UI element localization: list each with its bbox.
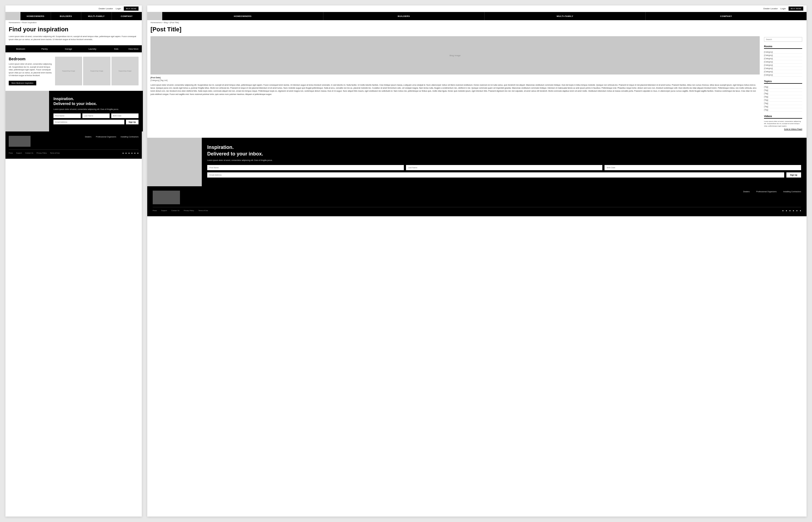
right-nav-homeowners[interactable]: HOMEOWNERS bbox=[162, 12, 323, 20]
sidebar-topic-2[interactable]: [Tag] bbox=[764, 92, 802, 95]
right-newsletter-desc: Lorem ipsum dolor sit amet, consectetur … bbox=[207, 159, 801, 161]
sidebar-room-3[interactable]: [Category] bbox=[764, 60, 802, 63]
sidebar-topic-3[interactable]: [Tag] bbox=[764, 95, 802, 98]
left-nav-company[interactable]: COMPANY bbox=[112, 12, 142, 20]
left-login[interactable]: Login bbox=[116, 7, 121, 10]
post-date: [Post Date] bbox=[150, 77, 760, 79]
left-newsletter-content: Inspiration. Delivered to your inbox. Lo… bbox=[49, 91, 143, 132]
right-top-bar: Dealer Locator Login BUY NOW bbox=[147, 5, 807, 12]
sidebar-room-2[interactable]: [Category] bbox=[764, 57, 802, 60]
left-cat-bedroom[interactable]: Bedroom bbox=[9, 48, 33, 50]
right-footer-legal: Press Support Contact Us Privacy Policy … bbox=[153, 210, 208, 212]
right-signup-button[interactable]: Sign Up bbox=[786, 173, 801, 178]
sidebar-topic-7[interactable]: [Tag] bbox=[764, 108, 802, 112]
right-sidebar: Rooms [Category] [Category] [Category] [… bbox=[764, 36, 802, 133]
right-last-name-input[interactable] bbox=[406, 165, 603, 170]
left-footer-contractors[interactable]: Installing Contractors bbox=[121, 136, 139, 147]
left-first-name-input[interactable] bbox=[54, 114, 81, 118]
right-twitter-icon[interactable]: ● bbox=[786, 209, 787, 212]
left-cat-laundry[interactable]: Laundry bbox=[80, 48, 104, 50]
left-bedroom-img-1: Supporting Image bbox=[55, 57, 82, 85]
left-footer-legal: Press Support Contact Us Privacy Policy … bbox=[9, 152, 60, 154]
right-houzz-icon[interactable]: ● bbox=[800, 209, 801, 212]
sidebar-room-0[interactable]: [Category] bbox=[764, 51, 802, 54]
left-footer-contact[interactable]: Contact Us bbox=[25, 152, 33, 154]
right-facebook-icon[interactable]: ● bbox=[796, 209, 797, 212]
left-bedroom-text: Bedroom Lorem ipsum dolor sit amet, cons… bbox=[9, 57, 52, 85]
sidebar-room-5[interactable]: [Category] bbox=[764, 67, 802, 70]
right-footer-organizers[interactable]: Professional Organizers bbox=[756, 190, 777, 204]
instagram-icon[interactable]: ● bbox=[122, 152, 124, 154]
left-nav-builders[interactable]: BUILDERS bbox=[51, 12, 82, 20]
right-birth-date-input[interactable] bbox=[605, 165, 801, 170]
twitter-icon[interactable]: ● bbox=[125, 152, 127, 154]
left-page-description: Lorem ipsum dolor sit amet, consectetur … bbox=[9, 35, 139, 41]
left-social-icons: ● ● ● ● ● ● bbox=[122, 152, 139, 154]
right-pinterest-icon[interactable]: ● bbox=[793, 209, 794, 212]
right-newsletter-image bbox=[147, 138, 202, 186]
right-email-input[interactable] bbox=[207, 173, 784, 178]
sidebar-room-7[interactable]: [Category] bbox=[764, 73, 802, 77]
sidebar-topic-6[interactable]: [Tag] bbox=[764, 105, 802, 108]
sidebar-topic-0[interactable]: [Tag] bbox=[764, 85, 802, 88]
sidebar-topic-1[interactable]: [Tag] bbox=[764, 88, 802, 92]
left-logo bbox=[5, 12, 20, 20]
right-footer-press[interactable]: Press bbox=[153, 210, 157, 212]
sidebar-search-input[interactable] bbox=[764, 37, 802, 42]
left-dealer-locator[interactable]: Dealer Locator bbox=[99, 7, 113, 10]
left-email-input[interactable] bbox=[54, 120, 124, 124]
left-footer-privacy[interactable]: Privacy Policy bbox=[37, 152, 47, 154]
right-breadcrumb: Homeowners > Blog > [Post Title] bbox=[147, 20, 807, 25]
left-last-name-input[interactable] bbox=[82, 114, 109, 118]
left-breadcrumb: Homeowners > Room Inspiration bbox=[5, 20, 142, 25]
right-footer-contractors[interactable]: Installing Contractors bbox=[783, 190, 801, 204]
post-body: Lorem ipsum dolor sit amet, consectetur … bbox=[150, 83, 760, 96]
left-footer-links: Dealers Professional Organizers Installi… bbox=[85, 136, 139, 147]
left-bedroom-img-3: Supporting Image bbox=[111, 57, 139, 85]
houzz-icon[interactable]: ● bbox=[137, 152, 139, 154]
right-footer-contact[interactable]: Contact Us bbox=[171, 210, 179, 212]
left-footer-press[interactable]: Press bbox=[9, 152, 13, 154]
facebook-icon[interactable]: ● bbox=[134, 152, 136, 154]
left-nav-homeowners[interactable]: HOMEOWNERS bbox=[20, 12, 51, 20]
right-instagram-icon[interactable]: ● bbox=[782, 209, 784, 212]
right-youtube-icon[interactable]: ● bbox=[789, 209, 791, 212]
left-cat-pantry[interactable]: Pantry bbox=[33, 48, 57, 50]
right-login[interactable]: Login bbox=[780, 7, 786, 10]
left-footer-dealers[interactable]: Dealers bbox=[85, 136, 92, 147]
sidebar-rooms-section: Rooms [Category] [Category] [Category] [… bbox=[764, 45, 802, 77]
pinterest-icon[interactable]: ● bbox=[131, 152, 133, 154]
sidebar-room-6[interactable]: [Category] bbox=[764, 70, 802, 73]
sidebar-topic-5[interactable]: [Tag] bbox=[764, 102, 802, 105]
right-buy-now-button[interactable]: BUY NOW bbox=[789, 6, 803, 11]
left-footer-support[interactable]: Support bbox=[16, 152, 22, 154]
right-first-name-input[interactable] bbox=[207, 165, 404, 170]
right-footer-dealers[interactable]: Dealers bbox=[743, 190, 750, 204]
sidebar-room-4[interactable]: [Category] bbox=[764, 63, 802, 67]
right-hero: [Post Title] Blog Image [Post Date] [Cat… bbox=[147, 26, 807, 133]
sidebar-topic-4[interactable]: [Tag] bbox=[764, 98, 802, 102]
right-footer: Dealers Professional Organizers Installi… bbox=[147, 186, 807, 216]
left-view-more[interactable]: View More bbox=[128, 48, 139, 50]
right-footer-terms[interactable]: Terms of Use bbox=[198, 210, 208, 212]
right-footer-privacy[interactable]: Privacy Policy bbox=[184, 210, 194, 212]
right-nav-multifamily[interactable]: MULTI-FAMILY bbox=[485, 12, 646, 20]
left-nav-multifamily[interactable]: MULTI-FAMILY bbox=[81, 12, 112, 20]
left-birth-date-input[interactable] bbox=[111, 114, 139, 118]
left-cat-garage[interactable]: Garage bbox=[57, 48, 80, 50]
right-nav-builders[interactable]: BUILDERS bbox=[323, 12, 485, 20]
left-footer-organizers[interactable]: Professional Organizers bbox=[96, 136, 117, 147]
sidebar-room-1[interactable]: [Category] bbox=[764, 54, 802, 57]
right-nav-company[interactable]: COMPANY bbox=[646, 12, 807, 20]
youtube-icon[interactable]: ● bbox=[128, 152, 130, 154]
left-bedroom-button[interactable]: More Bedroom Inspiration bbox=[9, 81, 36, 85]
left-cat-kids[interactable]: Kids bbox=[104, 48, 128, 50]
right-dealer-locator[interactable]: Dealer Locator bbox=[764, 7, 778, 10]
right-footer-support[interactable]: Support bbox=[161, 210, 167, 212]
right-logo bbox=[147, 12, 162, 20]
sidebar-videos-section: Videos Lorem ipsum dolor sit amet, conse… bbox=[764, 115, 802, 130]
sidebar-videos-link[interactable]: [Link to Videos Page] bbox=[764, 128, 802, 130]
left-footer-terms[interactable]: Terms of Use bbox=[50, 152, 59, 154]
left-signup-button[interactable]: Sign Up bbox=[126, 120, 139, 124]
left-buy-now-button[interactable]: BUY NOW bbox=[124, 6, 139, 11]
